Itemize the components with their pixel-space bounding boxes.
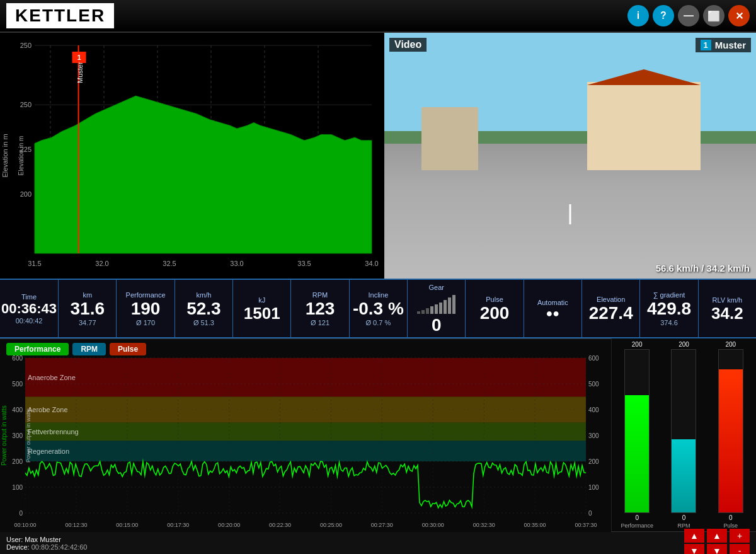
stat-cell---gradient: ∑ gradient429.8374.6 <box>640 280 698 337</box>
stat-cell-rlv-km-h: RLV km/h34.2 <box>699 280 756 337</box>
footer-btn-group-1: ▲ ▼ <box>684 529 704 555</box>
close-button[interactable]: ✕ <box>728 5 750 26</box>
stat-sub: Ø 51.3 <box>193 319 214 326</box>
stat-label: ∑ gradient <box>653 291 685 299</box>
side-bars: 2000Performance2000RPM2000Pulse <box>611 338 756 531</box>
performance-y-label: Power output in watts <box>25 408 32 462</box>
stat-main: 00:36:43 <box>1 302 57 316</box>
side-bar-max: 200 <box>632 341 643 348</box>
app-header: KETTLER i ? — ⬜ ✕ <box>0 0 756 33</box>
minimize-button[interactable]: — <box>678 5 699 26</box>
side-bar-max: 200 <box>679 341 689 348</box>
stat-label: Automatic <box>537 299 568 306</box>
chart-controls: Performance RPM Pulse <box>6 343 146 355</box>
stat-label: kJ <box>258 296 265 304</box>
side-bar-col-rpm: 2000RPM <box>661 341 706 529</box>
stat-label: Elevation <box>597 296 625 303</box>
road-line <box>570 204 571 224</box>
footer-btn-1[interactable]: ▲ <box>684 529 704 543</box>
side-bar-label: Performance <box>621 522 653 529</box>
side-bar-label: RPM <box>677 522 690 529</box>
video-panel: Video 1 Muster 56.6 km/h / 34.2 km/h <box>384 33 756 279</box>
gear-bar <box>426 308 429 314</box>
roof-1 <box>587 69 701 85</box>
stat-cell-performance: Performance190Ø 170 <box>117 280 175 337</box>
side-bar-min: 0 <box>729 514 733 521</box>
maximize-button[interactable]: ⬜ <box>703 5 724 26</box>
stat-main: 1501 <box>244 305 280 321</box>
stat-main: 0 <box>432 316 442 334</box>
stat-main: 190 <box>131 300 161 318</box>
side-bar-min: 0 <box>635 514 639 521</box>
footer-left: User: Max Muster Device: 00:80:25:42:42:… <box>6 536 87 551</box>
bottom-area: Performance RPM Pulse Power output in wa… <box>0 338 756 531</box>
stat-cell-time: Time00:36:4300:40:42 <box>0 280 59 337</box>
performance-chart: Performance RPM Pulse Power output in wa… <box>0 338 611 531</box>
video-user-info: 1 Muster <box>696 38 751 52</box>
device-info: Device: 00:80:25:42:42:60 <box>6 543 87 551</box>
stat-cell-km-h: km/h52.3Ø 51.3 <box>175 280 233 337</box>
toggle-rpm[interactable]: RPM <box>72 343 106 355</box>
toggle-pulse[interactable]: Pulse <box>110 343 146 355</box>
help-button[interactable]: ? <box>653 5 674 26</box>
gear-bar <box>439 303 442 314</box>
stat-cell-kj: kJ1501 <box>233 280 291 337</box>
stat-label: Pulse <box>486 296 503 303</box>
stat-label: Incline <box>368 291 388 299</box>
stat-main: 429.8 <box>647 300 691 318</box>
user-number: 1 <box>701 40 711 50</box>
gear-bar <box>421 310 425 314</box>
stat-cell-km: km31.634.77 <box>59 280 117 337</box>
stat-cell-incline: Incline-0.3 %Ø 0.7 % <box>350 280 408 337</box>
app-logo: KETTLER <box>6 3 114 28</box>
gear-bar <box>452 295 455 314</box>
footer-btn-group-2: ▲ ▼ <box>707 529 727 555</box>
stat-label: km/h <box>196 291 211 299</box>
elevation-chart: Elevation in m <box>0 33 384 279</box>
stat-main: ●● <box>546 308 559 319</box>
header-buttons: i ? — ⬜ ✕ <box>627 5 750 26</box>
stat-sub: 34.77 <box>79 319 96 326</box>
bar-container <box>718 349 743 513</box>
stats-row: Time00:36:4300:40:42km31.634.77Performan… <box>0 279 756 338</box>
side-bar-label: Pulse <box>724 522 738 529</box>
stat-label: Gear <box>428 284 444 291</box>
building-2 <box>421 107 478 170</box>
toggle-performance[interactable]: Performance <box>6 343 69 355</box>
bar-fill <box>672 439 696 512</box>
stat-main: 52.3 <box>186 300 221 318</box>
footer-btn-3[interactable]: ▲ <box>707 529 727 543</box>
footer-btn-4[interactable]: ▼ <box>707 544 727 555</box>
footer-btn-2[interactable]: ▼ <box>684 544 704 555</box>
footer-btn-5[interactable]: + <box>730 529 750 543</box>
stat-cell-pulse: Pulse200 <box>466 280 524 337</box>
stat-cell-elevation: Elevation227.4 <box>582 280 640 337</box>
stat-main: 227.4 <box>589 304 633 322</box>
stat-sub: Ø 121 <box>311 319 329 326</box>
stat-main: 123 <box>306 300 335 318</box>
stat-sub: Ø 170 <box>136 319 155 326</box>
gear-bar <box>444 300 447 314</box>
stat-main: 200 <box>480 304 510 322</box>
footer-btn-6[interactable]: - <box>730 544 750 555</box>
footer-right: ▲ ▼ ▲ ▼ + - <box>684 529 750 555</box>
gear-bar <box>448 297 451 314</box>
side-bar-min: 0 <box>682 514 686 521</box>
info-button[interactable]: i <box>627 5 649 26</box>
stat-label: km <box>83 291 92 299</box>
stat-cell-rpm: RPM123Ø 121 <box>291 280 349 337</box>
stat-label: RPM <box>312 291 328 299</box>
user-info: User: Max Muster <box>6 536 87 543</box>
gear-bar <box>430 306 433 314</box>
bar-container <box>671 349 696 513</box>
gear-bar <box>435 304 438 314</box>
bar-fill <box>625 395 649 512</box>
stat-sub: 00:40:42 <box>16 317 43 325</box>
bar-container <box>624 349 650 513</box>
video-label: Video <box>389 38 427 52</box>
stat-cell-gear: Gear0 <box>408 280 466 337</box>
stat-main: -0.3 % <box>353 300 404 318</box>
side-bar-max: 200 <box>725 341 736 348</box>
stat-sub: 374.6 <box>660 319 678 326</box>
bar-fill <box>719 369 743 512</box>
